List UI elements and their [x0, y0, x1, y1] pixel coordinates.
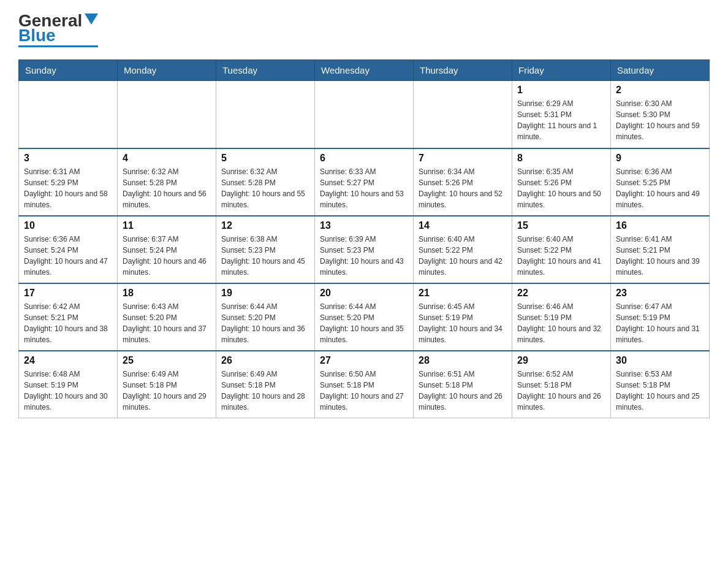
calendar-week-row: 1Sunrise: 6:29 AM Sunset: 5:31 PM Daylig…: [19, 81, 710, 148]
day-info: Sunrise: 6:52 AM Sunset: 5:18 PM Dayligh…: [517, 369, 605, 413]
day-info: Sunrise: 6:34 AM Sunset: 5:26 PM Dayligh…: [419, 166, 507, 210]
calendar-cell: 24Sunrise: 6:48 AM Sunset: 5:19 PM Dayli…: [19, 351, 118, 418]
calendar-cell: 18Sunrise: 6:43 AM Sunset: 5:20 PM Dayli…: [118, 283, 216, 351]
day-info: Sunrise: 6:49 AM Sunset: 5:18 PM Dayligh…: [221, 369, 309, 413]
day-info: Sunrise: 6:31 AM Sunset: 5:29 PM Dayligh…: [24, 166, 112, 210]
day-info: Sunrise: 6:33 AM Sunset: 5:27 PM Dayligh…: [320, 166, 408, 210]
day-number: 2: [616, 85, 704, 96]
calendar-cell: 17Sunrise: 6:42 AM Sunset: 5:21 PM Dayli…: [19, 283, 118, 351]
day-number: 14: [419, 220, 507, 231]
day-number: 22: [517, 288, 605, 299]
day-number: 16: [616, 220, 704, 231]
day-info: Sunrise: 6:42 AM Sunset: 5:21 PM Dayligh…: [24, 301, 112, 345]
day-number: 9: [616, 153, 704, 164]
logo-blue-text: Blue: [18, 27, 56, 44]
calendar-week-row: 17Sunrise: 6:42 AM Sunset: 5:21 PM Dayli…: [19, 283, 710, 351]
day-info: Sunrise: 6:36 AM Sunset: 5:24 PM Dayligh…: [24, 234, 112, 278]
calendar-cell: 8Sunrise: 6:35 AM Sunset: 5:26 PM Daylig…: [512, 148, 611, 216]
calendar-cell: 11Sunrise: 6:37 AM Sunset: 5:24 PM Dayli…: [118, 216, 216, 283]
day-of-week-header: Monday: [118, 60, 216, 81]
calendar-cell: 21Sunrise: 6:45 AM Sunset: 5:19 PM Dayli…: [414, 283, 512, 351]
day-info: Sunrise: 6:40 AM Sunset: 5:22 PM Dayligh…: [419, 234, 507, 278]
calendar-cell: 6Sunrise: 6:33 AM Sunset: 5:27 PM Daylig…: [315, 148, 414, 216]
day-info: Sunrise: 6:47 AM Sunset: 5:19 PM Dayligh…: [616, 301, 704, 345]
calendar-cell: 26Sunrise: 6:49 AM Sunset: 5:18 PM Dayli…: [216, 351, 315, 418]
calendar-cell: [118, 81, 216, 148]
day-number: 29: [517, 355, 605, 366]
calendar-cell: 14Sunrise: 6:40 AM Sunset: 5:22 PM Dayli…: [414, 216, 512, 283]
day-number: 21: [419, 288, 507, 299]
calendar-cell: [414, 81, 512, 148]
calendar-week-row: 10Sunrise: 6:36 AM Sunset: 5:24 PM Dayli…: [19, 216, 710, 283]
day-info: Sunrise: 6:32 AM Sunset: 5:28 PM Dayligh…: [123, 166, 211, 210]
calendar-week-row: 3Sunrise: 6:31 AM Sunset: 5:29 PM Daylig…: [19, 148, 710, 216]
day-of-week-header: Sunday: [19, 60, 118, 81]
calendar-cell: 3Sunrise: 6:31 AM Sunset: 5:29 PM Daylig…: [19, 148, 118, 216]
calendar-cell: 4Sunrise: 6:32 AM Sunset: 5:28 PM Daylig…: [118, 148, 216, 216]
calendar-cell: 27Sunrise: 6:50 AM Sunset: 5:18 PM Dayli…: [315, 351, 414, 418]
day-number: 25: [123, 355, 211, 366]
day-of-week-header: Wednesday: [315, 60, 414, 81]
day-info: Sunrise: 6:39 AM Sunset: 5:23 PM Dayligh…: [320, 234, 408, 278]
calendar-cell: 23Sunrise: 6:47 AM Sunset: 5:19 PM Dayli…: [611, 283, 710, 351]
calendar-cell: 1Sunrise: 6:29 AM Sunset: 5:31 PM Daylig…: [512, 81, 611, 148]
logo: General Blue: [18, 12, 98, 47]
day-number: 13: [320, 220, 408, 231]
day-info: Sunrise: 6:43 AM Sunset: 5:20 PM Dayligh…: [123, 301, 211, 345]
day-of-week-header: Friday: [512, 60, 611, 81]
day-info: Sunrise: 6:49 AM Sunset: 5:18 PM Dayligh…: [123, 369, 211, 413]
calendar-cell: [216, 81, 315, 148]
calendar-cell: 25Sunrise: 6:49 AM Sunset: 5:18 PM Dayli…: [118, 351, 216, 418]
day-number: 18: [123, 288, 211, 299]
day-info: Sunrise: 6:45 AM Sunset: 5:19 PM Dayligh…: [419, 301, 507, 345]
day-number: 26: [221, 355, 309, 366]
day-info: Sunrise: 6:48 AM Sunset: 5:19 PM Dayligh…: [24, 369, 112, 413]
day-number: 7: [419, 153, 507, 164]
day-number: 4: [123, 153, 211, 164]
calendar-cell: 12Sunrise: 6:38 AM Sunset: 5:23 PM Dayli…: [216, 216, 315, 283]
day-info: Sunrise: 6:30 AM Sunset: 5:30 PM Dayligh…: [616, 98, 704, 142]
calendar-cell: [315, 81, 414, 148]
calendar-cell: 2Sunrise: 6:30 AM Sunset: 5:30 PM Daylig…: [611, 81, 710, 148]
calendar-cell: 7Sunrise: 6:34 AM Sunset: 5:26 PM Daylig…: [414, 148, 512, 216]
calendar-cell: 19Sunrise: 6:44 AM Sunset: 5:20 PM Dayli…: [216, 283, 315, 351]
day-number: 5: [221, 153, 309, 164]
day-info: Sunrise: 6:40 AM Sunset: 5:22 PM Dayligh…: [517, 234, 605, 278]
day-number: 17: [24, 288, 112, 299]
day-number: 24: [24, 355, 112, 366]
day-number: 8: [517, 153, 605, 164]
calendar-cell: 29Sunrise: 6:52 AM Sunset: 5:18 PM Dayli…: [512, 351, 611, 418]
calendar-cell: [19, 81, 118, 148]
day-info: Sunrise: 6:50 AM Sunset: 5:18 PM Dayligh…: [320, 369, 408, 413]
calendar-week-row: 24Sunrise: 6:48 AM Sunset: 5:19 PM Dayli…: [19, 351, 710, 418]
day-number: 15: [517, 220, 605, 231]
day-number: 3: [24, 153, 112, 164]
day-info: Sunrise: 6:44 AM Sunset: 5:20 PM Dayligh…: [320, 301, 408, 345]
day-info: Sunrise: 6:41 AM Sunset: 5:21 PM Dayligh…: [616, 234, 704, 278]
day-number: 10: [24, 220, 112, 231]
day-info: Sunrise: 6:29 AM Sunset: 5:31 PM Dayligh…: [517, 98, 605, 142]
day-info: Sunrise: 6:51 AM Sunset: 5:18 PM Dayligh…: [419, 369, 507, 413]
day-info: Sunrise: 6:36 AM Sunset: 5:25 PM Dayligh…: [616, 166, 704, 210]
day-info: Sunrise: 6:32 AM Sunset: 5:28 PM Dayligh…: [221, 166, 309, 210]
calendar-header-row: SundayMondayTuesdayWednesdayThursdayFrid…: [19, 60, 710, 81]
day-info: Sunrise: 6:44 AM Sunset: 5:20 PM Dayligh…: [221, 301, 309, 345]
day-info: Sunrise: 6:37 AM Sunset: 5:24 PM Dayligh…: [123, 234, 211, 278]
header: General Blue: [18, 12, 710, 47]
day-number: 28: [419, 355, 507, 366]
day-number: 19: [221, 288, 309, 299]
logo-underline: [18, 45, 98, 47]
day-number: 6: [320, 153, 408, 164]
calendar-cell: 10Sunrise: 6:36 AM Sunset: 5:24 PM Dayli…: [19, 216, 118, 283]
calendar-cell: 15Sunrise: 6:40 AM Sunset: 5:22 PM Dayli…: [512, 216, 611, 283]
day-info: Sunrise: 6:38 AM Sunset: 5:23 PM Dayligh…: [221, 234, 309, 278]
day-number: 30: [616, 355, 704, 366]
calendar-cell: 30Sunrise: 6:53 AM Sunset: 5:18 PM Dayli…: [611, 351, 710, 418]
logo-triangle-icon: [85, 13, 98, 25]
calendar-cell: 13Sunrise: 6:39 AM Sunset: 5:23 PM Dayli…: [315, 216, 414, 283]
day-number: 23: [616, 288, 704, 299]
svg-marker-0: [85, 13, 98, 25]
calendar-cell: 28Sunrise: 6:51 AM Sunset: 5:18 PM Dayli…: [414, 351, 512, 418]
day-of-week-header: Saturday: [611, 60, 710, 81]
day-info: Sunrise: 6:53 AM Sunset: 5:18 PM Dayligh…: [616, 369, 704, 413]
